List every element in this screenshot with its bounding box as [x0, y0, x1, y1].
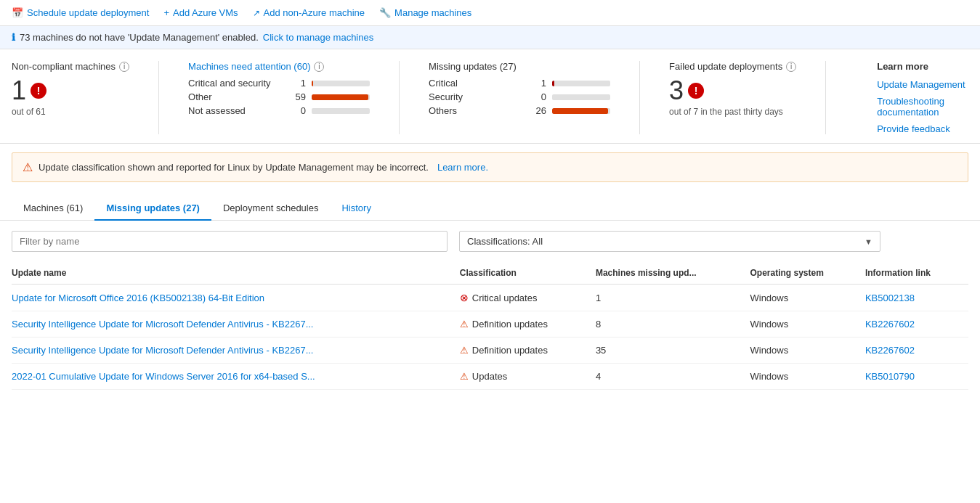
- critical-bar: [552, 81, 610, 86]
- stat-row: Security 0: [429, 91, 610, 102]
- classification-label: Definition updates: [472, 319, 548, 330]
- classification-dropdown[interactable]: Classifications: All ▼: [459, 231, 880, 252]
- other-label: Other: [188, 91, 283, 102]
- failed-deployments-block: Failed update deployments i 3 ! out of 7…: [669, 61, 826, 134]
- info-banner-text: 73 machines do not have 'Update Manageme…: [20, 32, 259, 43]
- machines-missing-count: 1: [596, 285, 750, 311]
- failed-deployments-error-icon: !: [688, 83, 704, 99]
- schedule-deployment-button[interactable]: 📅 Schedule update deployment: [12, 7, 149, 18]
- not-assessed-value: 0: [288, 105, 306, 116]
- col-classification: Classification: [460, 262, 596, 285]
- stats-section: Non-compliant machines i 1 ! out of 61 M…: [0, 49, 980, 144]
- col-update-name: Update name: [12, 262, 460, 285]
- tab-machines[interactable]: Machines (61): [12, 197, 94, 221]
- critical-value: 1: [529, 78, 546, 89]
- classification-label: Definition updates: [472, 345, 548, 356]
- critical-security-bar-fill: [312, 81, 313, 86]
- provide-feedback-link[interactable]: Provide feedback: [877, 123, 968, 134]
- non-compliant-error-icon: !: [31, 83, 46, 99]
- manage-machines-label: Manage machines: [394, 7, 471, 18]
- others-bar: [552, 108, 610, 114]
- need-attention-rows: Critical and security 1 Other 59 Not ass…: [188, 78, 370, 116]
- filter-by-name-input[interactable]: [12, 231, 448, 252]
- warning-text: Update classification shown and reported…: [39, 162, 429, 173]
- others-value: 26: [529, 105, 546, 116]
- troubleshooting-docs-link[interactable]: Troubleshooting documentation: [877, 96, 968, 118]
- non-compliant-block: Non-compliant machines i 1 ! out of 61: [12, 61, 159, 134]
- non-compliant-info-icon[interactable]: i: [119, 62, 129, 72]
- not-assessed-label: Not assessed: [188, 105, 283, 116]
- classification-label: Classifications: All: [467, 236, 543, 247]
- info-link[interactable]: KB2267602: [865, 345, 915, 356]
- table-row: Security Intelligence Update for Microso…: [12, 311, 968, 338]
- info-link[interactable]: KB5002138: [865, 293, 915, 303]
- stat-row: Not assessed 0: [188, 105, 370, 116]
- learn-more-title: Learn more: [877, 61, 968, 72]
- failed-deployments-sub: out of 7 in the past thirty days: [669, 107, 796, 117]
- other-bar-fill: [312, 94, 368, 100]
- classification-label: Critical updates: [472, 293, 538, 303]
- update-management-link[interactable]: Update Management: [877, 79, 968, 90]
- learn-more-block: Learn more Update Management Troubleshoo…: [855, 61, 968, 134]
- operating-system: Windows: [750, 311, 864, 338]
- failed-deployments-number: 3 !: [669, 78, 796, 104]
- warning-learn-more-link[interactable]: Learn more.: [437, 162, 488, 173]
- warning-icon: ⚠: [460, 345, 469, 356]
- add-azure-vms-label: Add Azure VMs: [173, 7, 238, 18]
- classification-label: Updates: [472, 371, 507, 382]
- missing-updates-block: Missing updates (27) Critical 1 Security…: [429, 61, 640, 134]
- manage-machines-button[interactable]: 🔧 Manage machines: [379, 7, 471, 18]
- update-name-link[interactable]: Security Intelligence Update for Microso…: [12, 345, 313, 356]
- security-bar: [552, 94, 610, 100]
- need-attention-block: Machines need attention (60) i Critical …: [188, 61, 400, 134]
- need-attention-info-icon[interactable]: i: [314, 62, 324, 72]
- info-icon: ℹ: [12, 32, 15, 43]
- info-link[interactable]: KB5010790: [865, 371, 915, 382]
- missing-updates-title: Missing updates (27): [429, 61, 610, 72]
- non-compliant-title: Non-compliant machines i: [12, 61, 129, 72]
- info-link[interactable]: KB2267602: [865, 319, 915, 330]
- table-header-row: Update name Classification Machines miss…: [12, 262, 968, 285]
- updates-table: Update name Classification Machines miss…: [12, 262, 968, 390]
- non-compliant-number: 1 !: [12, 78, 129, 104]
- operating-system: Windows: [750, 338, 864, 364]
- machines-missing-count: 35: [596, 338, 750, 364]
- critical-icon: ⊗: [460, 292, 469, 303]
- warning-icon: ⚠: [460, 319, 469, 330]
- others-bar-fill: [552, 108, 608, 114]
- col-os: Operating system: [750, 262, 864, 285]
- stat-row: Critical 1: [429, 78, 610, 89]
- update-name-link[interactable]: Update for Microsoft Office 2016 (KB5002…: [12, 293, 264, 303]
- tab-deployment-schedules[interactable]: Deployment schedules: [211, 197, 331, 221]
- update-name-link[interactable]: Security Intelligence Update for Microso…: [12, 319, 313, 330]
- others-label: Others: [429, 105, 523, 116]
- add-non-azure-button[interactable]: ↗ Add non-Azure machine: [253, 7, 365, 18]
- critical-label: Critical: [429, 78, 523, 89]
- table-row: 2022-01 Cumulative Update for Windows Se…: [12, 364, 968, 390]
- warning-icon: ⚠: [460, 371, 469, 382]
- need-attention-title[interactable]: Machines need attention (60) i: [188, 61, 370, 72]
- failed-deployments-info-icon[interactable]: i: [786, 62, 796, 72]
- table-container: Update name Classification Machines miss…: [0, 262, 980, 390]
- operating-system: Windows: [750, 364, 864, 390]
- external-link-icon: ↗: [253, 8, 260, 18]
- critical-security-value: 1: [288, 78, 306, 89]
- add-azure-vms-button[interactable]: + Add Azure VMs: [163, 7, 238, 18]
- filters-section: Classifications: All ▼: [0, 221, 980, 262]
- tabs-section: Machines (61) Missing updates (27) Deplo…: [0, 191, 980, 221]
- update-name-link[interactable]: 2022-01 Cumulative Update for Windows Se…: [12, 371, 315, 382]
- manage-machines-link[interactable]: Click to manage machines: [263, 32, 373, 43]
- table-row: Update for Microsoft Office 2016 (KB5002…: [12, 285, 968, 311]
- toolbar: 📅 Schedule update deployment + Add Azure…: [0, 0, 980, 26]
- security-value: 0: [529, 91, 546, 102]
- col-machines-missing: Machines missing upd...: [596, 262, 750, 285]
- other-value: 59: [288, 91, 306, 102]
- add-non-azure-label: Add non-Azure machine: [264, 7, 365, 18]
- operating-system: Windows: [750, 285, 864, 311]
- not-assessed-bar: [312, 108, 370, 114]
- stat-row: Others 26: [429, 105, 610, 116]
- failed-deployments-title: Failed update deployments i: [669, 61, 796, 72]
- machines-missing-count: 8: [596, 311, 750, 338]
- tab-missing-updates[interactable]: Missing updates (27): [94, 197, 211, 221]
- tab-history[interactable]: History: [330, 197, 382, 221]
